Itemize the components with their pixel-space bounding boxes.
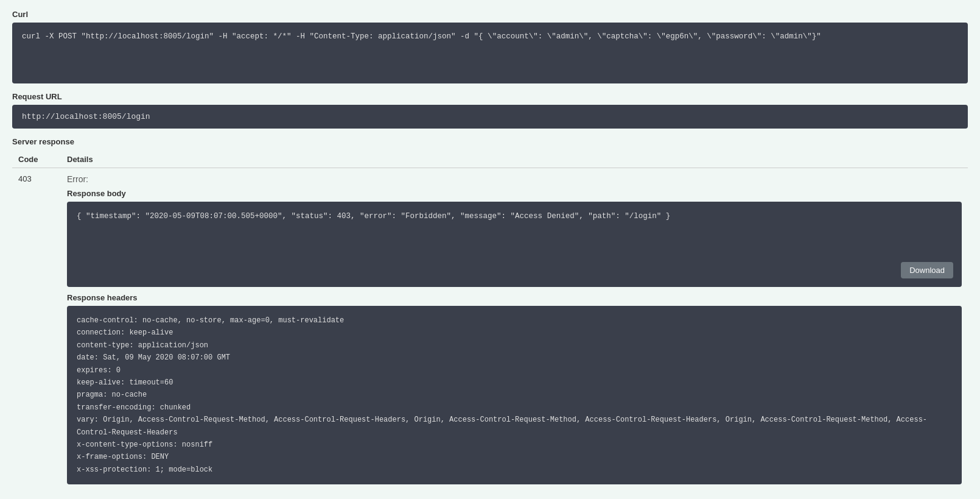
response-details-cell: Error: Response body { "timestamp": "202… (61, 168, 968, 500)
server-response-label: Server response (12, 137, 968, 146)
response-headers-label: Response headers (67, 293, 962, 302)
response-table: Code Details 403 Error: Response body { … (12, 151, 968, 499)
table-row: 403 Error: Response body { "timestamp": … (12, 168, 968, 500)
download-button[interactable]: Download (901, 262, 953, 278)
page-wrapper: Curl curl -X POST "http://localhost:8005… (0, 0, 980, 499)
curl-label: Curl (12, 10, 968, 19)
error-label: Error: (67, 174, 962, 184)
server-response-section: Server response Code Details 403 Error: … (12, 137, 968, 499)
curl-section: Curl curl -X POST "http://localhost:8005… (12, 10, 968, 83)
request-url-section: Request URL http://localhost:8005/login (12, 92, 968, 129)
request-url-value: http://localhost:8005/login (12, 105, 968, 129)
response-body-block: { "timestamp": "2020-05-09T08:07:00.505+… (67, 202, 962, 287)
response-code-cell: 403 (12, 168, 61, 500)
response-headers-block: cache-control: no-cache, no-store, max-a… (67, 306, 962, 484)
response-body-content: { "timestamp": "2020-05-09T08:07:00.505+… (77, 212, 670, 221)
details-header: Details (61, 151, 968, 168)
response-body-label: Response body (67, 189, 962, 198)
code-header: Code (12, 151, 61, 168)
request-url-label: Request URL (12, 92, 968, 101)
curl-command: curl -X POST "http://localhost:8005/logi… (12, 23, 968, 83)
